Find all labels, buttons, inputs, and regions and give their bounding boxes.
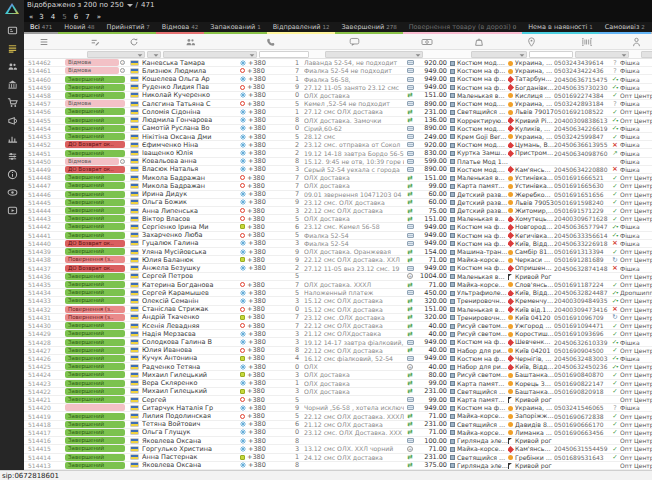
delivery-location[interactable]: Баштанка 56101 [508,371,554,378]
product-name[interactable]: Костюм на флисе Мод.1014 (1ш [450,264,508,271]
product-name[interactable]: Костюм на флисе Мод.1014 (1ш [450,67,508,74]
table-row[interactable]: 514428 Завершений Солодкова Галина В +38… [24,338,652,346]
status-badge[interactable]: Завершений [65,462,125,469]
product-name[interactable]: Карта памяти 10 класс - 32Гб *1 [450,380,508,387]
sidebar-item-dashboard[interactable] [0,21,24,39]
customer-name[interactable]: Станіслав Стрижак [142,306,238,313]
sidebar-item-cart[interactable] [0,93,24,111]
filter-shop[interactable] [641,51,652,58]
customer-phone[interactable]: +380 [238,371,290,378]
delivery-location[interactable]: Самбір 81400 [508,248,554,255]
status-badge[interactable]: Завершений [65,437,125,444]
customer-phone[interactable]: +380 [238,166,290,173]
product-name[interactable]: Гирлянда электрическая (100 л [450,462,508,469]
order-comment[interactable] [304,437,404,444]
customer-phone[interactable]: +380 [238,437,290,444]
delivery-location[interactable]: Корець 34700 [508,380,554,387]
table-row[interactable]: 514451 Завершений Іващенко Юлія +380 2 1… [24,149,652,157]
tracking-number[interactable]: 0501690672838 [554,412,610,419]
delivery-location[interactable]: Львів 79017 [508,108,554,115]
product-name[interactable]: Костюм на флисе Мод.1014 (1ш [450,338,508,345]
tracking-number[interactable]: 20450634220880 [554,166,610,173]
customer-phone[interactable]: +380 [238,182,290,189]
customer-name[interactable]: Ольга Божик [142,199,238,206]
tracking-number[interactable]: 0501691094471 [554,322,610,329]
info-icon[interactable]: i [120,68,125,73]
table-row[interactable]: 514435 Завершений Катерина Богданова +38… [24,281,652,289]
table-row[interactable]: 514444 Завершений Анна Липенська +380 3 … [24,207,652,215]
sidebar-item-monitor[interactable] [0,183,24,201]
product-name[interactable]: Костюм на флисе Мод.1014 (1ш [450,404,508,411]
order-comment[interactable]: Фиалка 52-54 [304,232,404,239]
product-name[interactable]: Куртка Замш Мод. 250 (1шт. х 8 [450,149,508,156]
filter-product[interactable] [471,51,527,58]
product-name[interactable]: Костюм на флисе Мод.1014 (1ш [450,240,508,247]
delivery-location[interactable]: Київ 04201 [508,347,554,354]
tracking-number[interactable]: 0501689531643 [554,454,610,461]
order-comment[interactable]: 22.12 смс ОЛХ доставка. ХХЛ [304,256,404,263]
filter-phone-input[interactable] [259,51,309,58]
delivery-location[interactable]: Кременчук від [508,297,554,304]
table-row[interactable]: 514439 Завершений Уляна Мусійовська +380… [24,248,652,256]
delivery-location[interactable]: Житомир, Жито [508,207,554,214]
customer-name[interactable]: Нікітіна Оксана Дми [142,133,238,140]
tracking-number[interactable] [554,462,610,469]
status-badge[interactable]: Завершений [65,339,125,346]
product-name[interactable]: Маленькая видеокамера SQ8 * [450,174,508,181]
status-badge[interactable]: ДО Возврат ок.. [65,240,125,247]
product-name[interactable]: Детский развивающий констру [450,207,508,214]
status-badge[interactable]: Відмова [65,67,119,74]
customer-name[interactable]: Солодкова Галина В [142,338,238,345]
table-row[interactable]: 514415 Завершений Горгулько Христина +38… [24,445,652,453]
tab-7[interactable]: Повернення товару (в дорозі) 0 [403,22,522,34]
tracking-number[interactable]: 0501691281689 [554,256,610,263]
tracking-number[interactable]: 0501690840870 [554,371,610,378]
customer-name[interactable]: Людмила Гончарова [142,117,238,124]
table-row[interactable]: 514462 Відмоваi Каневська Тамара +380 1 … [24,59,652,67]
tracking-number[interactable]: 20450632874148 [554,264,610,271]
delivery-location[interactable] [508,158,554,165]
order-comment[interactable]: ОЛХ [304,363,404,370]
customer-name[interactable]: Кошелева Ольга Ар [142,75,238,82]
customer-phone[interactable]: +380 [238,207,290,214]
status-badge[interactable]: Завершений [65,232,125,239]
delivery-location[interactable]: Київ, Відділенн [508,240,554,247]
customer-name[interactable]: Близнюк Людмила [142,67,238,74]
page-7-button[interactable]: 7 [85,13,89,21]
table-row[interactable]: 514441 Завершений Захарченко Люба +380 5… [24,232,652,240]
product-name[interactable]: Майка-корсет Waist Trainer *142 [450,429,508,436]
order-comment[interactable]: 24.12 смс ОЛХ доставка [304,454,404,461]
table-row[interactable]: 514414 Завершений Анна Пастернак +380 1 … [24,454,652,462]
product-name[interactable]: Костюм мод.265 (1шт. х 890.00 [450,166,508,173]
filter-flag[interactable] [147,51,161,58]
sidebar-item-stats[interactable] [0,129,24,147]
table-row[interactable]: 514449 ДО Возврат ок.. Власюк Наталья +3… [24,166,652,174]
table-row[interactable]: 514432 Повернення (з.. Станіслав Стрижак… [24,306,652,314]
tracking-number[interactable]: 20450632824487 [554,289,610,296]
product-name[interactable]: Корректирующие брюки Hollyw [450,117,508,124]
customer-phone[interactable]: +380 [238,322,290,329]
product-name[interactable]: Набор для рисования в темнот [450,363,508,370]
customer-name[interactable]: Захарченко Люба [142,232,238,239]
table-row[interactable]: 514450 Відмоваi Ковальова анна +380 8 15… [24,158,652,166]
customer-name[interactable]: Николай Кучеренко [142,92,238,99]
tab-6[interactable]: Завершений 278 [335,22,402,34]
sidebar-item-orders[interactable] [0,39,24,57]
status-badge[interactable]: Завершений [65,133,125,140]
tracking-number[interactable]: 20450634226619 [554,125,610,132]
table-row[interactable]: 514459 Завершений Руденко Лидия Пав +380… [24,84,652,92]
tracking-number[interactable]: 20400309473416 [554,306,610,313]
tracking-number[interactable]: 20450635730230 [554,84,610,91]
customer-phone[interactable]: +380 [238,289,290,296]
delivery-location[interactable]: Давидів 81151 [508,421,554,428]
filter-tracking[interactable] [575,51,629,58]
customer-phone[interactable] [238,273,290,280]
tracking-number[interactable] [554,273,610,280]
displayed-range[interactable]: Відображено з 200 по 250 / 471 [27,1,154,9]
delivery-location[interactable]: Пристроми, Пу [508,149,554,156]
customer-name[interactable]: Каневська Тамара [142,59,238,66]
customer-name[interactable]: Тетяна Войтович [142,421,238,428]
table-row[interactable]: 514418 Завершений Тетяна Войтович +380 6… [24,421,652,429]
customer-name[interactable]: Анна Липенська [142,207,238,214]
table-row[interactable]: 514442 Завершений Сергіенко Ірина Ми +38… [24,223,652,231]
